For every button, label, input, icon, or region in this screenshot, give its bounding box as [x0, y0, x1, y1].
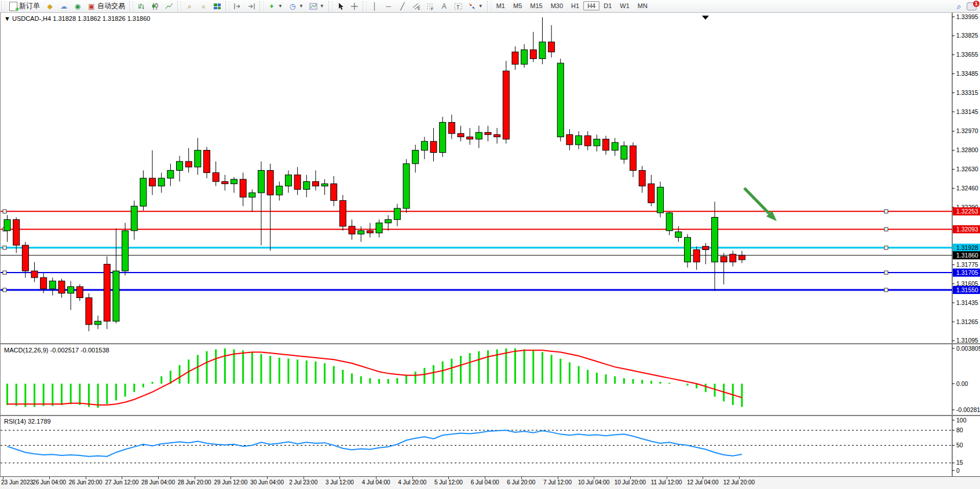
trendline-button[interactable]: ╱: [396, 1, 409, 12]
gold-button[interactable]: ◆: [43, 1, 57, 12]
new-order-button[interactable]: 新订单: [6, 1, 43, 12]
candle-body: [421, 141, 427, 150]
timeframe-button-m15[interactable]: M15: [526, 1, 546, 10]
svg-text:T: T: [456, 4, 460, 10]
candle-body: [331, 184, 337, 201]
line-handle[interactable]: [3, 288, 6, 292]
price-tick-label: 1.33995: [956, 13, 978, 20]
search-icon[interactable]: ⌕: [955, 2, 963, 10]
line-handle[interactable]: [884, 271, 888, 274]
candle-body: [22, 245, 28, 271]
auto-scroll-button[interactable]: [244, 1, 258, 12]
bar-chart-button[interactable]: [134, 1, 148, 12]
candle: [557, 58, 564, 141]
line-chart-button[interactable]: [162, 1, 176, 12]
candle-body: [693, 250, 700, 262]
vertical-line-button[interactable]: │: [368, 1, 382, 12]
line-handle[interactable]: [3, 271, 6, 274]
chat-icon[interactable]: 1: [967, 2, 977, 10]
candle-body: [385, 219, 392, 223]
templates-button[interactable]: ▼: [306, 1, 327, 12]
timeframe-button-mn[interactable]: MN: [634, 1, 652, 10]
new-order-icon: [9, 2, 17, 11]
macd-panel[interactable]: 0.0038050.00-0.002818MACD(12,26,9) -0.00…: [0, 343, 980, 415]
timeframe-button-m1[interactable]: M1: [492, 1, 509, 10]
fibonacci-button[interactable]: F: [423, 1, 437, 12]
date-tick-label: 10 Jul 20:00: [615, 479, 646, 486]
rsi-tick-label: 50: [956, 442, 963, 448]
rsi-tick-label: 15: [956, 459, 963, 466]
line-handle[interactable]: [884, 246, 888, 249]
tile-windows-button[interactable]: [210, 1, 224, 12]
date-tick-label: 30 Jun 04:00: [250, 479, 284, 486]
candle-body: [512, 52, 518, 64]
date-tick-label: 26 Jun 04:00: [32, 479, 66, 486]
toolbar-separator: [1, 1, 5, 12]
line-handle[interactable]: [884, 209, 888, 213]
line-handle[interactable]: [3, 209, 6, 213]
arrows-button[interactable]: ▼: [465, 1, 486, 12]
candle-body: [539, 42, 546, 58]
candle-body: [566, 135, 573, 145]
auto-trading-label: 自动交易: [97, 1, 125, 11]
chart-shift-button[interactable]: [231, 1, 244, 12]
candle-body: [584, 136, 591, 146]
candle-body: [467, 137, 473, 139]
cloud-button[interactable]: ☁: [57, 1, 71, 12]
template-icon: [309, 2, 317, 10]
price-tick-label: 1.32800: [956, 146, 978, 153]
auto-trading-button[interactable]: ▣ 自动交易: [85, 1, 128, 12]
crosshair-button[interactable]: [348, 1, 361, 12]
date-tick-label: 26 Jun 20:00: [69, 479, 103, 486]
timeframe-button-w1[interactable]: W1: [616, 1, 634, 10]
rsi-panel[interactable]: 1008050150RSI(14) 32.1789: [0, 415, 980, 476]
candle-body: [721, 256, 727, 262]
candle-body: [358, 231, 364, 234]
zoom-in-button[interactable]: ⌕: [182, 1, 196, 12]
timeframe-button-h1[interactable]: H1: [567, 1, 583, 10]
timeframe-button-h4[interactable]: H4: [583, 1, 599, 10]
candle: [503, 61, 509, 144]
date-tick-label: 10 Jul 04:00: [578, 479, 610, 486]
price-chart-panel[interactable]: 1.339951.338251.336551.334851.333151.331…: [0, 13, 980, 343]
candle-body: [158, 178, 164, 186]
text-button[interactable]: A: [437, 1, 451, 12]
line-handle[interactable]: [3, 246, 6, 249]
price-tick-label: 1.31435: [956, 299, 978, 306]
clock-icon: ◷: [288, 2, 297, 10]
vertical-line-icon: │: [371, 2, 379, 10]
text-icon: A: [440, 2, 448, 10]
cursor-button[interactable]: [334, 1, 348, 12]
signal-button[interactable]: ◉: [71, 1, 85, 12]
price-tick-label: 1.33655: [956, 51, 978, 58]
candle-body: [339, 201, 346, 226]
toolbar-separator: [129, 1, 133, 12]
date-tick-label: 6 Jul 20:00: [507, 479, 535, 486]
line-handle[interactable]: [884, 288, 888, 292]
timeframe-button-d1[interactable]: D1: [599, 1, 616, 10]
text-label-button[interactable]: T: [451, 1, 465, 12]
date-tick-label: 3 Jul 12:00: [326, 479, 354, 486]
candlestick-button[interactable]: [148, 1, 162, 12]
add-indicator-button[interactable]: +▼: [265, 1, 286, 12]
periods-button[interactable]: ◷▼: [286, 1, 306, 12]
candle-body: [294, 175, 301, 189]
auto-scroll-icon: [247, 2, 255, 10]
timeframe-button-m30[interactable]: M30: [547, 1, 567, 10]
candle-body: [711, 218, 718, 262]
price-badge-label: 1.32093: [956, 226, 978, 233]
candle: [657, 182, 664, 218]
candle-body: [177, 161, 183, 170]
price-tick-label: 1.33485: [956, 70, 978, 77]
svg-text:F: F: [431, 7, 433, 10]
channel-button[interactable]: E: [409, 1, 423, 12]
zoom-out-button[interactable]: ⌕: [196, 1, 210, 12]
horizontal-line-button[interactable]: ─: [382, 1, 396, 12]
candle-body: [458, 134, 464, 137]
mt4-window: 新订单 ◆ ☁ ◉ ▣ 自动交易 ⌕ ⌕ +▼ ◷▼ ▼ │ ─ ╱ E F A…: [0, 0, 980, 489]
candle-body: [285, 175, 291, 186]
crosshair-icon: [350, 2, 359, 10]
timeframe-button-m5[interactable]: M5: [509, 1, 526, 10]
line-handle[interactable]: [884, 227, 888, 231]
chevron-down-icon: ▼: [478, 3, 483, 9]
